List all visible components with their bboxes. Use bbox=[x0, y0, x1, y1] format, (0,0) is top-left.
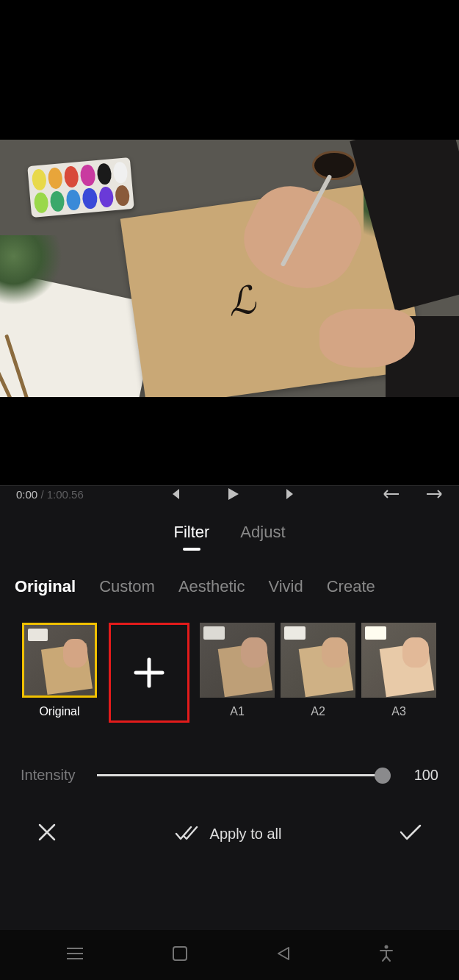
cancel-button[interactable] bbox=[37, 822, 57, 845]
close-icon bbox=[37, 822, 57, 843]
filter-a2-label: A2 bbox=[311, 705, 325, 718]
system-nav-bar bbox=[0, 930, 459, 980]
filter-panel: 0:00 / 1:00.56 Filter Adjust Origi bbox=[0, 485, 459, 930]
apply-to-all-button[interactable]: Apply to all bbox=[175, 826, 282, 843]
filter-a1-label: A1 bbox=[230, 705, 245, 718]
playhead-time: 0:00 / 1:00.56 bbox=[16, 488, 84, 501]
confirm-button[interactable] bbox=[399, 823, 422, 844]
filter-original[interactable]: Original bbox=[22, 623, 97, 718]
filter-a3-thumb[interactable] bbox=[361, 623, 436, 698]
timeline-row: 0:00 / 1:00.56 bbox=[0, 486, 459, 502]
prev-frame-button[interactable] bbox=[168, 487, 181, 501]
nav-back-button[interactable] bbox=[275, 945, 292, 965]
video-frame[interactable]: ℒ bbox=[0, 140, 459, 397]
category-create[interactable]: Create bbox=[327, 577, 375, 596]
category-custom[interactable]: Custom bbox=[99, 577, 155, 596]
undo-button[interactable] bbox=[383, 489, 402, 499]
apply-to-all-label: Apply to all bbox=[210, 826, 282, 843]
filter-a2[interactable]: A2 bbox=[281, 623, 355, 718]
tab-adjust[interactable]: Adjust bbox=[240, 523, 285, 551]
filter-thumbnail-strip[interactable]: Original A1 A2 A3 bbox=[0, 596, 459, 723]
next-frame-button[interactable] bbox=[284, 487, 297, 501]
filter-a1-thumb[interactable] bbox=[200, 623, 275, 698]
add-custom-filter-button[interactable] bbox=[109, 623, 189, 723]
filter-a2-thumb[interactable] bbox=[281, 623, 355, 698]
svg-point-1 bbox=[384, 945, 388, 949]
double-check-icon bbox=[175, 826, 200, 842]
tab-row: Filter Adjust bbox=[0, 502, 459, 551]
filter-original-label: Original bbox=[39, 705, 79, 718]
nav-home-button[interactable] bbox=[172, 945, 188, 965]
bottom-actions: Apply to all bbox=[0, 784, 459, 845]
accessibility-icon bbox=[379, 945, 394, 962]
check-icon bbox=[399, 823, 422, 841]
redo-button[interactable] bbox=[424, 489, 443, 499]
filter-a1[interactable]: A1 bbox=[200, 623, 275, 718]
video-preview-area: ℒ bbox=[0, 0, 459, 485]
triangle-back-icon bbox=[275, 945, 292, 962]
category-original[interactable]: Original bbox=[15, 577, 76, 596]
intensity-row: Intensity 100 bbox=[0, 723, 459, 784]
filter-a3-label: A3 bbox=[391, 705, 406, 718]
square-icon bbox=[172, 945, 188, 962]
nav-accessibility-button[interactable] bbox=[379, 945, 394, 965]
intensity-label: Intensity bbox=[21, 767, 75, 784]
filter-a3[interactable]: A3 bbox=[361, 623, 436, 718]
filter-original-thumb[interactable] bbox=[22, 623, 97, 698]
hamburger-icon bbox=[65, 946, 84, 961]
svg-rect-0 bbox=[173, 947, 187, 960]
intensity-slider-handle[interactable] bbox=[375, 768, 391, 784]
category-vivid[interactable]: Vivid bbox=[268, 577, 303, 596]
nav-recents-button[interactable] bbox=[65, 946, 84, 964]
category-aesthetic[interactable]: Aesthetic bbox=[178, 577, 245, 596]
intensity-slider[interactable] bbox=[97, 774, 383, 776]
intensity-value: 100 bbox=[405, 767, 438, 784]
filter-category-row[interactable]: Original Custom Aesthetic Vivid Create bbox=[0, 551, 459, 596]
plus-icon bbox=[131, 655, 167, 690]
play-button[interactable] bbox=[225, 487, 240, 501]
tab-filter[interactable]: Filter bbox=[173, 523, 209, 551]
